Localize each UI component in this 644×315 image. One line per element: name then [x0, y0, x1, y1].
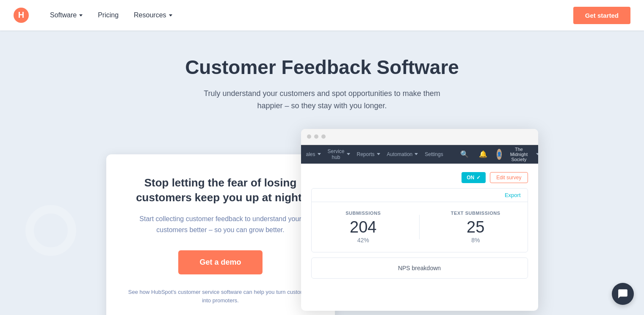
nav-sales: ales	[306, 151, 321, 157]
demo-area: Stop letting the fear of losing customer…	[8, 129, 636, 315]
nav-automation: Automation	[387, 151, 418, 157]
get-demo-button[interactable]: Get a demo	[178, 250, 262, 274]
chat-icon	[617, 288, 628, 299]
app-nav: ales Service hub Reports Automation	[301, 145, 538, 164]
chevron-down-icon	[169, 14, 172, 16]
nav-resources[interactable]: Resources	[126, 0, 180, 30]
stats-container: Export SUBMISSIONS 204 42% TEXT SUBMISSI…	[311, 188, 528, 252]
chat-bubble-button[interactable]	[612, 283, 634, 305]
chevron-down-icon	[347, 153, 350, 155]
bell-icon: 🔔	[479, 150, 487, 158]
chevron-down-icon	[377, 153, 380, 155]
browser-topbar	[301, 129, 538, 145]
stat-text-submissions: TEXT SUBMISSIONS 25 8%	[437, 211, 515, 244]
stats-row: SUBMISSIONS 204 42% TEXT SUBMISSIONS 25 …	[312, 202, 528, 252]
toggle-on-button[interactable]: ON ✓	[462, 172, 486, 183]
chevron-down-icon	[415, 153, 418, 155]
nps-title: NPS breakdown	[320, 265, 519, 271]
chevron-down-icon	[536, 153, 538, 155]
nav-settings: Settings	[425, 151, 443, 157]
chevron-down-icon	[318, 153, 321, 155]
stat-submissions: SUBMISSIONS 204 42%	[324, 211, 403, 244]
svg-text:H: H	[18, 10, 24, 19]
browser-dot-1	[307, 134, 311, 139]
decorative-circle	[25, 205, 76, 256]
stat-text-value: 25	[437, 219, 515, 235]
edit-survey-button[interactable]: Edit survey	[490, 172, 528, 183]
nav-pricing[interactable]: Pricing	[90, 0, 126, 30]
survey-controls: ON ✓ Edit survey	[311, 172, 528, 183]
username-label: The Midnight Society	[510, 147, 528, 162]
navbar: H Software Pricing Resources Get started	[0, 0, 644, 30]
avatar: 👤	[497, 149, 502, 160]
hero-section: Customer Feedback Software Truly underst…	[0, 30, 644, 315]
get-started-button[interactable]: Get started	[573, 7, 630, 24]
hero-subtitle: Truly understand your customers and spot…	[195, 88, 449, 112]
browser-dot-3	[321, 134, 326, 139]
browser-dot-2	[314, 134, 318, 139]
nav-software[interactable]: Software	[42, 0, 90, 30]
stat-divider	[419, 215, 420, 239]
page-title: Customer Feedback Software	[8, 56, 636, 79]
left-card-subtitle: Start collecting customer feedback to un…	[127, 214, 314, 235]
nav-reports: Reports	[357, 151, 380, 157]
stat-text-label: TEXT SUBMISSIONS	[437, 211, 515, 216]
browser-mockup: ales Service hub Reports Automation	[301, 129, 538, 311]
nav-service-hub: Service hub	[328, 148, 350, 160]
left-card: Stop letting the fear of losing customer…	[106, 154, 335, 315]
chevron-down-icon	[79, 14, 83, 16]
nav-links: Software Pricing Resources	[42, 0, 573, 30]
checkmark-icon: ✓	[476, 175, 481, 181]
stat-submissions-percent: 42%	[324, 237, 403, 244]
nps-area: NPS breakdown	[311, 257, 528, 279]
stat-submissions-label: SUBMISSIONS	[324, 211, 403, 216]
stat-submissions-value: 204	[324, 219, 403, 235]
export-row: Export	[312, 189, 528, 202]
export-link[interactable]: Export	[505, 192, 521, 198]
stat-text-percent: 8%	[437, 237, 515, 244]
browser-inner: ales Service hub Reports Automation	[301, 145, 538, 279]
left-card-title: Stop letting the fear of losing customer…	[127, 175, 314, 205]
search-icon: 🔍	[460, 150, 469, 158]
logo[interactable]: H	[14, 8, 29, 23]
survey-area: ON ✓ Edit survey Export SUBMISSIONS	[301, 164, 538, 279]
left-card-footer: See how HubSpot's customer service softw…	[127, 288, 314, 304]
